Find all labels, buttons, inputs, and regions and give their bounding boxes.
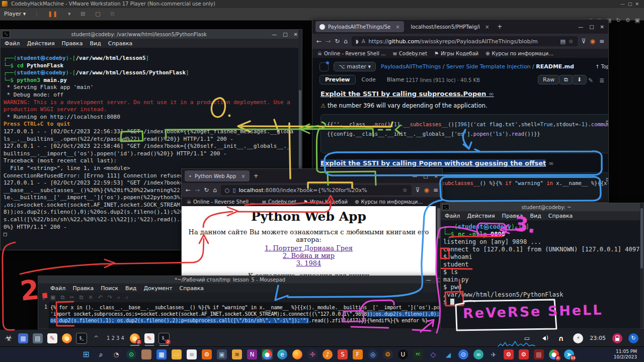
menu-item[interactable]: ↶ (98, 294, 103, 301)
toolbox-icon[interactable]: ▤ (533, 349, 544, 360)
menu-item[interactable]: ⌕ (125, 294, 128, 301)
firefox-icon[interactable] (292, 349, 303, 360)
menu-item[interactable]: ✂ (69, 294, 74, 301)
vm-taskbar-launchers[interactable]: ☣▦▤✎●$_^1 2 3 4●2✎$_2 (0, 333, 170, 344)
extension-fox-icon[interactable]: ◉ (424, 187, 429, 194)
task-firefox-icon[interactable]: ●2 (129, 333, 140, 344)
fl-studio-icon[interactable]: ♪ (322, 349, 333, 360)
unity-button[interactable]: ⊟ (76, 8, 89, 20)
close-tab-icon[interactable]: × (485, 24, 489, 30)
menu-item[interactable]: Действия (27, 40, 54, 47)
book-link[interactable]: 2. Война и мир (283, 252, 335, 259)
player-menu[interactable]: Player ▾ (0, 8, 30, 20)
mousepad-titlebar[interactable]: *~/Рабочий стол/tmp_lesson_5 - Mousepad … (38, 276, 446, 284)
camtasia-icon[interactable]: ∞ (473, 349, 484, 360)
device-status-icon[interactable]: ▣ (635, 17, 640, 24)
top-link[interactable]: ↑ Top (595, 64, 608, 69)
menu-item[interactable]: ▯ (42, 294, 45, 301)
menu-item[interactable]: ▣ (50, 294, 55, 301)
book-links[interactable]: 1. Портрет Дориана Грея2. Война и мир3. … (182, 244, 436, 267)
settings-orange-icon[interactable]: ⚙ (201, 349, 212, 360)
panel-expand-icon[interactable]: ^ (91, 333, 102, 344)
breadcrumb-link[interactable]: PayloadsAllTheThings (381, 63, 441, 70)
minimize-icon[interactable]: — (272, 32, 277, 37)
menu-item[interactable]: Вид (530, 213, 541, 219)
vmware-window-controls[interactable]: —▢✕ (620, 0, 642, 8)
forward-icon[interactable]: → (195, 187, 200, 194)
update-icon[interactable]: ↻ (628, 333, 639, 344)
book-link[interactable]: 3. 1984 (296, 259, 321, 267)
blender-icon[interactable]: ❂ (382, 349, 393, 360)
bookmark-item[interactable]: ⊕Курсы по информаци… (486, 51, 553, 56)
breadcrumb[interactable]: PayloadsAllTheThings / Server Side Templ… (381, 63, 574, 70)
mousepad-editor[interactable]: 1 {% for x in ().__class__.__base__.__su… (38, 302, 446, 329)
sidebar-toggle-icon[interactable] (319, 62, 329, 71)
pause-caret[interactable]: ▾ (64, 8, 75, 20)
menu-item[interactable]: Документ (143, 285, 172, 292)
menu-item[interactable]: Файл (5, 40, 20, 47)
bookmark-item[interactable]: wCodeby.net (393, 51, 427, 56)
home-icon[interactable]: ⌂ (213, 187, 217, 194)
app-url-bar[interactable]: ○ ▯ localhost:8080/index?book={%%20for%2… (221, 185, 412, 195)
red-gear-2-icon[interactable]: ⚙ (518, 349, 529, 360)
terminal1-menubar[interactable]: ФайлДействияПравкаВидСправка (1, 39, 302, 48)
task-view-icon[interactable]: ◔ (111, 349, 122, 360)
copy-code-icon[interactable]: ⧉ (606, 176, 608, 184)
back-icon[interactable]: ← (186, 187, 191, 194)
view-tabs[interactable]: PreviewCodeBlame (319, 75, 410, 84)
visual-studio-icon[interactable]: ◇ (428, 349, 439, 360)
terminal2-titlebar[interactable]: ›_ student@codeby: ~ (441, 203, 643, 211)
pocket-icon[interactable]: ⊽ (582, 38, 586, 45)
task-mousepad-icon[interactable]: ✎ (144, 333, 155, 344)
pycharm-icon[interactable]: PC (413, 349, 424, 360)
view-tab-code[interactable]: Code (357, 75, 381, 84)
windows-taskbar-icons[interactable]: ⊞⌕◔⊙▦▭≡⚙▣≋N●e✣♪SF◎❂UPC◇◢⊙∞✈⚙⚙▤●A➤54 (0, 349, 575, 360)
chrome-profile-icon[interactable]: ●A (548, 349, 559, 360)
bookmark-item[interactable]: ⊕Курсы по информаци… (355, 199, 423, 205)
mousepad-menubar[interactable]: ФайлПравкаПоискВидДокументСправка (38, 284, 446, 293)
download-icon[interactable]: ⬇ (572, 75, 587, 84)
menu-item[interactable]: ↷ (108, 294, 112, 301)
minimize-icon[interactable]: — (412, 173, 417, 179)
pause-button[interactable]: ❚❚ (44, 8, 62, 20)
menu-item[interactable]: ✕ (88, 294, 93, 301)
device-status-icon[interactable]: ↻ (616, 17, 621, 24)
menu-item[interactable]: Поиск (101, 285, 118, 292)
menu-item[interactable]: Правка (502, 213, 523, 219)
windows-clock[interactable]: 11:05 PM 10/2/2023 (614, 349, 644, 360)
terminal2-scrollbar[interactable] (640, 203, 643, 329)
chrome-icon[interactable]: ● (262, 349, 273, 360)
forward-icon[interactable]: → (326, 38, 331, 45)
copy-raw-icon[interactable]: ⧉ (559, 75, 573, 84)
file-manager-icon[interactable]: ▤ (32, 333, 43, 344)
menu-item[interactable]: Справка (548, 213, 573, 219)
lens-icon[interactable]: ◎ (367, 349, 378, 360)
firefox-icon[interactable]: ● (61, 333, 72, 344)
start-icon[interactable]: ⊞ (80, 349, 92, 360)
shield-icon[interactable]: ○ (225, 187, 230, 194)
edit-icon[interactable]: ✎ (588, 77, 593, 84)
mousepad-icon[interactable]: ✎ (47, 333, 58, 344)
close-tab-icon[interactable]: × (395, 24, 399, 30)
bell-icon[interactable]: ∩ (555, 333, 567, 344)
reload-icon[interactable]: ↻ (204, 187, 209, 194)
reader-icon[interactable]: ▤ (560, 38, 565, 45)
close-icon[interactable]: × (434, 173, 438, 179)
red-gear-1-icon[interactable]: ⚙ (503, 349, 514, 360)
bookmark-star-icon[interactable]: ☆ (403, 187, 408, 194)
github-url-bar[interactable]: ◗ A https://github.com/swisskyrepo/Paylo… (352, 36, 578, 46)
extension-fox-icon[interactable]: ◉ (590, 38, 595, 45)
fences-icon[interactable]: F (352, 349, 363, 360)
photos-icon[interactable] (141, 349, 152, 360)
app-menu-icon[interactable]: ▦ (18, 333, 29, 344)
bookmark-item[interactable]: ☠Online - Reverse Shell ... (317, 51, 386, 56)
home-icon[interactable]: ⌂ (344, 38, 348, 45)
menu-item[interactable]: Файл (50, 285, 65, 292)
new-tab-button[interactable]: + (254, 172, 259, 179)
menu-item[interactable]: ⌕ (117, 294, 120, 301)
raw-button[interactable]: Raw (538, 75, 559, 84)
bookmark-item[interactable]: ⚑Игры Кодебай (434, 51, 478, 56)
section-heading-popen-offset[interactable]: Exploit the SSTI by calling Popen withou… (320, 159, 554, 167)
lock-icon[interactable] (612, 333, 623, 344)
menu-icon[interactable]: ≡ (433, 187, 438, 194)
